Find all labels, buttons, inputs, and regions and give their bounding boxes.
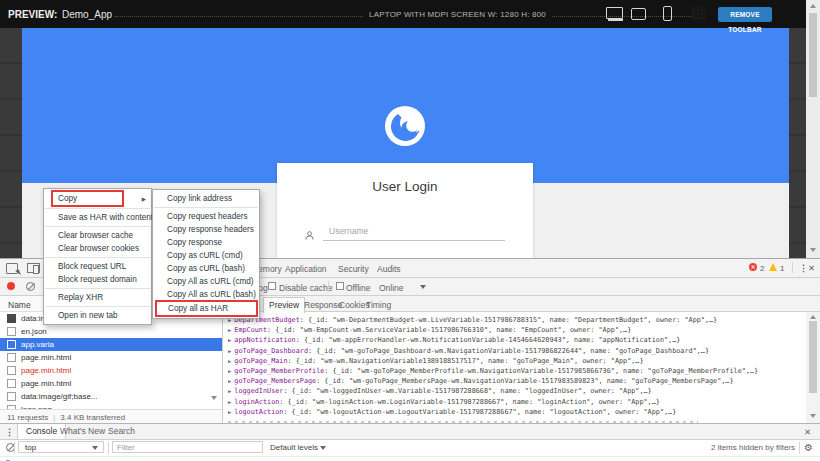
warning-count[interactable]: 1 xyxy=(780,264,784,273)
scroll-up-icon[interactable] xyxy=(810,4,816,8)
laptop-icon[interactable] xyxy=(606,7,623,19)
divider xyxy=(799,442,800,454)
qr-code-icon[interactable] xyxy=(691,6,706,21)
preview-json-line[interactable]: ▶goToPage_MemberProfile: {_id: "wm-goToP… xyxy=(228,366,803,376)
file-list-scroll-down-icon[interactable] xyxy=(211,396,217,400)
user-icon xyxy=(305,226,314,244)
network-request-row[interactable]: en.json xyxy=(0,325,222,338)
menu-item-copy-as-curl-bash[interactable]: Copy as cURL (bash) xyxy=(153,262,259,275)
menu-item-copy-request-headers[interactable]: Copy request headers xyxy=(153,210,259,223)
expand-arrow-icon[interactable]: ▶ xyxy=(228,378,231,384)
chevron-down-icon[interactable] xyxy=(420,285,426,289)
menu-item-copy[interactable]: Copy▶ xyxy=(44,191,151,206)
screen: PREVIEW: Demo_App LAPTOP WITH MDPI SCREE… xyxy=(0,0,820,461)
console-tab-search[interactable]: Search xyxy=(100,424,143,438)
expand-arrow-icon[interactable]: ▶ xyxy=(228,327,231,333)
preview-json-line[interactable]: ▶goToPage_MembersPage: {_id: "wm-goToPag… xyxy=(228,376,803,386)
kebab-menu-icon[interactable]: ⋮ xyxy=(799,263,808,273)
expand-arrow-icon[interactable]: ▶ xyxy=(228,388,231,394)
expand-arrow-icon[interactable]: ▶ xyxy=(228,348,231,354)
devtools-tab-audits[interactable]: Audits xyxy=(377,264,401,274)
preview-panel-scrollbar[interactable] xyxy=(806,312,820,424)
network-request-row[interactable]: app.varia xyxy=(0,338,222,351)
json-value: : {_id: "wm-loggedInUser-wm.Variable-151… xyxy=(283,387,651,395)
menu-item-save-as-har-with-content[interactable]: Save as HAR with content xyxy=(44,211,151,224)
menu-item-block-request-url[interactable]: Block request URL xyxy=(44,260,151,273)
scrollbar-thumb[interactable] xyxy=(809,13,817,97)
detail-tab-response[interactable]: Response xyxy=(304,300,342,310)
offline-checkbox[interactable] xyxy=(336,282,344,290)
scroll-down-icon[interactable] xyxy=(810,414,816,418)
username-input[interactable]: Username xyxy=(329,226,368,236)
offline-label[interactable]: Offline xyxy=(346,283,370,293)
record-icon[interactable] xyxy=(7,282,15,290)
expand-arrow-icon[interactable]: ▶ xyxy=(228,399,231,405)
network-request-row[interactable]: page.min.html xyxy=(0,364,222,377)
expand-arrow-icon[interactable]: ▶ xyxy=(228,409,231,415)
disable-cache-label[interactable]: Disable cache xyxy=(279,283,332,293)
error-count[interactable]: 2 xyxy=(760,264,764,273)
json-value: : {_id: "wm-loginAction-wm.LoginVariable… xyxy=(279,398,660,406)
scroll-down-icon[interactable] xyxy=(810,248,816,252)
username-underline xyxy=(323,240,505,241)
preview-json-line[interactable]: ▶loginAction: {_id: "wm-loginAction-wm.L… xyxy=(228,397,803,407)
menu-item-copy-as-curl-cmd[interactable]: Copy as cURL (cmd) xyxy=(153,249,259,262)
clear-icon[interactable] xyxy=(26,282,35,291)
menu-item-clear-browser-cookies[interactable]: Clear browser cookies xyxy=(44,242,151,255)
devtools-tab-security[interactable]: Security xyxy=(338,264,369,274)
menu-item-clear-browser-cache[interactable]: Clear browser cache xyxy=(44,229,151,242)
menu-item-open-in-new-tab[interactable]: Open in new tab xyxy=(44,309,151,322)
scrollbar-thumb[interactable] xyxy=(809,321,817,393)
scroll-up-icon[interactable] xyxy=(810,315,816,319)
menu-item-copy-response[interactable]: Copy response xyxy=(153,236,259,249)
menu-item-replay-xhr[interactable]: Replay XHR xyxy=(44,291,151,304)
remove-toolbar-button[interactable]: REMOVE TOOLBAR xyxy=(718,7,772,22)
network-request-row[interactable]: data:image/gif;base... xyxy=(0,390,222,403)
kebab-menu-icon[interactable]: ⋮ xyxy=(5,427,14,437)
preview-json-line[interactable]: ▶DepartmentBudget: {_id: "wm-DepartmentB… xyxy=(228,315,803,325)
preview-json-line[interactable]: ▶appNotification: {_id: "wm-appErrorHand… xyxy=(228,335,803,345)
devtools-close-icon[interactable]: ✕ xyxy=(808,263,815,273)
device-toolbar-icon[interactable] xyxy=(27,263,40,273)
error-icon[interactable]: ✕ xyxy=(749,263,757,271)
expand-arrow-icon[interactable]: ▶ xyxy=(228,368,231,374)
console-prompt-icon[interactable]: > xyxy=(6,457,11,461)
expand-arrow-icon[interactable]: ▶ xyxy=(228,358,231,364)
expand-arrow-icon[interactable]: ▶ xyxy=(228,337,231,343)
preview-json-line[interactable]: ▶EmpCount: {_id: "wm-EmpCount-wm.Service… xyxy=(228,325,803,335)
menu-item-copy-all-as-curl-cmd[interactable]: Copy All as cURL (cmd) xyxy=(153,275,259,288)
preview-json-line[interactable]: ▶logoutAction: {_id: "wm-logoutAction-wm… xyxy=(228,407,803,417)
json-key: goToPage_Dashboard xyxy=(234,347,308,355)
network-request-row[interactable]: page.min.html xyxy=(0,377,222,390)
json-value: : {_id: "wm-DepartmentBudget-wm.LiveVari… xyxy=(300,316,717,324)
requests-count: 11 requests xyxy=(7,413,48,422)
detail-tab-timing[interactable]: Timing xyxy=(366,300,391,310)
devtools-tab-application[interactable]: Application xyxy=(285,264,327,274)
preview-json-line[interactable]: ▶goToPage_Dashboard: {_id: "wm-goToPage_… xyxy=(228,346,803,356)
preview-scrollbar[interactable] xyxy=(806,0,820,258)
divider xyxy=(328,281,329,292)
console-close-icon[interactable]: ✕ xyxy=(804,427,811,437)
gear-icon[interactable]: ⚙ xyxy=(804,442,813,453)
menu-item-copy-link-address[interactable]: Copy link address xyxy=(153,192,259,205)
disable-cache-checkbox[interactable] xyxy=(268,282,276,290)
tablet-icon[interactable] xyxy=(631,8,646,20)
request-name: data:image/gif;base... xyxy=(21,392,98,401)
network-request-row[interactable]: page.min.html xyxy=(0,351,222,364)
phone-icon[interactable] xyxy=(663,6,672,21)
throttling-select[interactable]: Online xyxy=(379,283,404,293)
app-name: Demo_App xyxy=(62,9,112,20)
preview-toolbar: PREVIEW: Demo_App LAPTOP WITH MDPI SCREE… xyxy=(0,0,806,28)
inspect-element-icon[interactable] xyxy=(6,263,18,274)
preview-json-line[interactable]: ▶goToPage_Main: {_id: "wm-wm.NavigationV… xyxy=(228,356,803,366)
menu-item-copy-response-headers[interactable]: Copy response headers xyxy=(153,223,259,236)
menu-item-block-request-domain[interactable]: Block request domain xyxy=(44,273,151,286)
detail-tab-preview[interactable]: Preview xyxy=(263,297,305,313)
menu-separator xyxy=(45,288,150,289)
preview-json-line[interactable]: ▶loggedInUser: {_id: "wm-loggedInUser-wm… xyxy=(228,386,803,396)
preview-side-panel-left xyxy=(0,28,22,258)
context-menu: Copy▶Save as HAR with contentClear brows… xyxy=(43,188,152,325)
warning-icon[interactable] xyxy=(769,263,777,271)
menu-item-copy-all-as-har[interactable]: Copy all as HAR xyxy=(153,301,259,316)
file-file-icon xyxy=(7,366,16,375)
